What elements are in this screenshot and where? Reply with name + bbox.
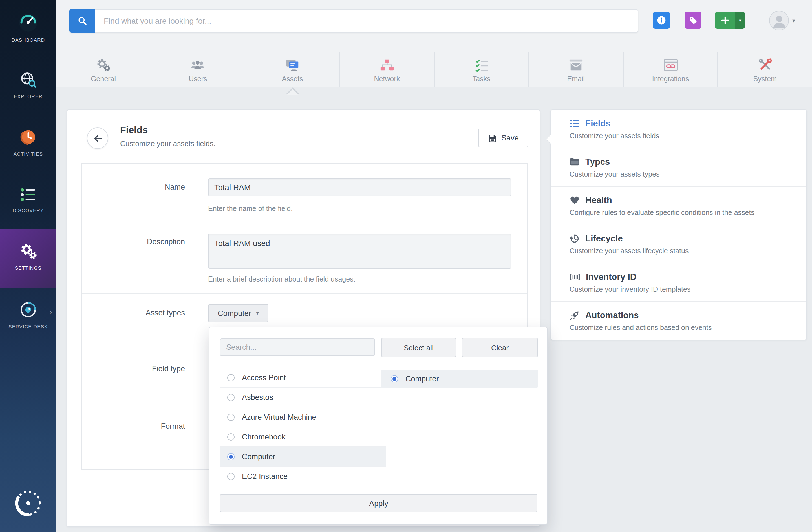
option-computer[interactable]: Computer <box>220 447 386 466</box>
option-label: Azure Virtual Machine <box>242 413 316 421</box>
asset-types-value: Computer <box>218 309 251 317</box>
page-title: Fields <box>120 125 148 136</box>
nav-item-title: Health <box>585 195 612 205</box>
tag-icon <box>688 15 698 25</box>
option-label: Asbestos <box>242 393 273 401</box>
select-all-button[interactable]: Select all <box>381 338 456 357</box>
back-button[interactable] <box>87 128 108 149</box>
sidebar-item-label: EXPLORER <box>0 94 56 99</box>
page-subtitle: Customize your assets fields. <box>120 139 215 148</box>
tag-button[interactable] <box>684 12 701 29</box>
sidebar-item-service-desk[interactable]: SERVICE DESK › <box>0 300 56 329</box>
info-button[interactable] <box>653 12 670 29</box>
chevron-down-icon: ▾ <box>256 310 259 316</box>
sidebar-item-label: ACTIVITIES <box>0 151 56 157</box>
global-search <box>69 9 638 33</box>
nav-item-types[interactable]: Types Customize your assets types <box>551 148 806 187</box>
active-tab-caret <box>286 87 300 94</box>
search-button[interactable] <box>69 9 95 33</box>
nav-item-title: Automations <box>585 310 639 320</box>
tab-users[interactable]: Users <box>151 53 245 87</box>
radio-icon <box>227 374 235 381</box>
tab-label: Email <box>567 75 585 83</box>
asset-types-dropdown-button[interactable]: Computer ▾ <box>208 304 269 322</box>
tab-label: Assets <box>282 75 303 83</box>
sidebar-item-discovery[interactable]: DISCOVERY <box>0 186 56 213</box>
save-label: Save <box>501 134 519 142</box>
tab-assets[interactable]: Assets <box>246 53 340 87</box>
sidebar-item-explorer[interactable]: EXPLORER <box>0 70 56 99</box>
asset-types-label: Asset types <box>82 308 185 317</box>
sidebar-item-settings[interactable]: SETTINGS <box>0 229 56 288</box>
option-label: EC2 Instance <box>242 472 288 480</box>
radio-icon <box>227 393 235 401</box>
option-asbestos[interactable]: Asbestos <box>220 388 386 407</box>
sidebar-item-label: SERVICE DESK <box>0 324 56 329</box>
system-icon <box>758 57 772 72</box>
description-label: Description <box>82 238 185 246</box>
service-desk-icon <box>0 300 56 319</box>
tab-label: Tasks <box>473 75 491 83</box>
selected-label: Computer <box>405 375 439 383</box>
content-area: ▾ ▾ General Users <box>56 0 812 532</box>
name-field[interactable] <box>208 178 511 196</box>
option-label: Computer <box>242 452 275 461</box>
nav-item-health[interactable]: Health Configure rules to evaluate speci… <box>551 187 806 225</box>
tab-integrations[interactable]: Integrations <box>624 53 718 87</box>
nav-item-description: Customize your assets lifecycle status <box>569 247 795 255</box>
chevron-right-icon: › <box>49 308 52 316</box>
nav-item-description: Customize rules and actions based on eve… <box>569 324 795 332</box>
description-help-text: Enter a brief description about the fiel… <box>208 275 356 283</box>
name-label: Name <box>82 183 185 191</box>
nav-item-title: Lifecycle <box>585 233 623 244</box>
tab-system[interactable]: System <box>718 53 812 87</box>
option-label: Access Point <box>242 373 286 382</box>
nav-item-automations[interactable]: Automations Customize rules and actions … <box>551 302 806 340</box>
option-access-point[interactable]: Access Point <box>220 368 386 388</box>
tab-label: System <box>753 75 777 83</box>
tab-network[interactable]: Network <box>340 53 434 87</box>
option-chromebook[interactable]: Chromebook <box>220 427 386 447</box>
discovery-icon <box>0 186 56 203</box>
nav-item-inventory-id[interactable]: Inventory ID Customize your inventory ID… <box>551 263 806 302</box>
clear-button[interactable]: Clear <box>462 338 538 357</box>
nav-item-title: Fields <box>585 118 611 129</box>
settings-icon <box>0 242 56 261</box>
avatar <box>769 11 789 30</box>
option-ec2-instance[interactable]: EC2 Instance <box>220 466 386 486</box>
sidebar-item-label: SETTINGS <box>0 265 56 271</box>
add-button[interactable]: ▾ <box>715 12 745 29</box>
tab-general[interactable]: General <box>56 53 151 87</box>
sidebar-item-label: DISCOVERY <box>0 207 56 213</box>
radio-selected-icon <box>227 453 235 460</box>
tab-tasks[interactable]: Tasks <box>434 53 529 87</box>
tab-email[interactable]: Email <box>529 53 623 87</box>
format-label: Format <box>82 422 185 430</box>
divider <box>82 227 527 227</box>
brand-logo-icon[interactable] <box>14 489 43 518</box>
page-body: Fields Customize your assets fields. Sav… <box>56 87 812 532</box>
user-menu[interactable]: ▾ <box>769 11 795 30</box>
save-button[interactable]: Save <box>478 129 528 147</box>
chevron-down-icon: ▾ <box>792 17 795 24</box>
dropdown-search-input[interactable] <box>220 339 375 356</box>
name-help-text: Enter the name of the field. <box>208 205 293 213</box>
nav-item-lifecycle[interactable]: Lifecycle Customize your assets lifecycl… <box>551 225 806 263</box>
nav-item-fields[interactable]: Fields Customize your assets fields <box>551 110 806 148</box>
add-dropdown-caret-icon[interactable]: ▾ <box>735 12 745 29</box>
search-icon <box>77 16 87 26</box>
tab-label: General <box>91 75 116 83</box>
sidebar-item-activities[interactable]: ACTIVITIES <box>0 128 56 157</box>
nav-item-description: Customize your assets fields <box>569 132 795 140</box>
history-icon <box>569 233 580 244</box>
search-input[interactable] <box>95 16 638 25</box>
selected-asset-type[interactable]: Computer <box>381 370 538 388</box>
description-field[interactable]: Total RAM used <box>208 233 511 269</box>
heart-icon <box>569 195 580 205</box>
option-label: Chromebook <box>242 432 286 441</box>
apply-button[interactable]: Apply <box>220 494 537 512</box>
option-azure-virtual-machine[interactable]: Azure Virtual Machine <box>220 407 386 427</box>
sidebar-item-dashboard[interactable]: DASHBOARD <box>0 12 56 43</box>
radio-icon <box>227 473 235 480</box>
assets-icon <box>285 57 300 72</box>
